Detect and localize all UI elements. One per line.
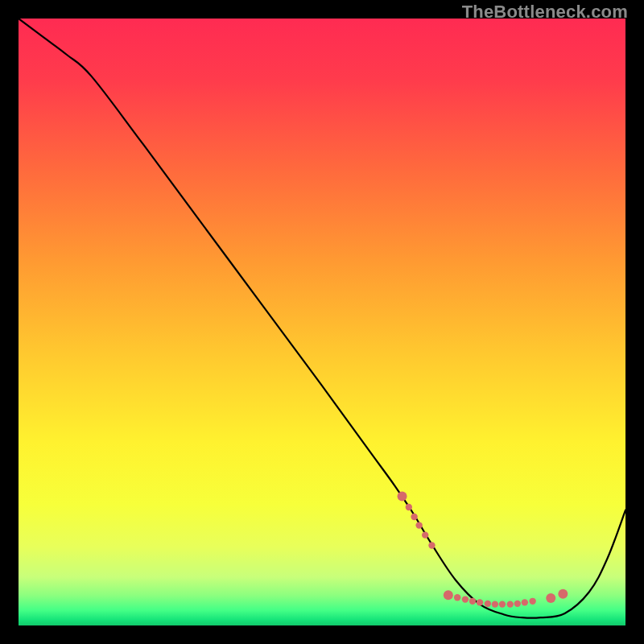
highlight-dot: [558, 589, 568, 599]
highlight-dot: [454, 594, 460, 601]
highlight-dot: [444, 590, 453, 600]
highlight-dot: [422, 531, 428, 538]
highlight-dot: [529, 598, 535, 605]
highlight-dot: [415, 522, 422, 528]
highlight-dot: [492, 601, 498, 607]
highlight-dot: [522, 599, 528, 605]
chart-stage: TheBottleneck.com: [0, 0, 644, 644]
highlight-dot: [469, 598, 476, 605]
highlight-dot: [462, 596, 469, 602]
highlight-dot: [428, 542, 435, 548]
highlight-dot: [485, 601, 491, 607]
highlight-dot: [546, 593, 555, 603]
plot-area: [19, 19, 625, 625]
chart-svg: [19, 19, 625, 625]
gradient-background: [19, 19, 625, 625]
highlight-dot: [398, 491, 407, 501]
highlight-dot: [499, 601, 506, 607]
highlight-dot: [507, 601, 514, 607]
highlight-dot: [477, 599, 483, 605]
highlight-dot: [406, 504, 412, 510]
highlight-dot: [411, 514, 417, 520]
highlight-dot: [514, 601, 521, 607]
